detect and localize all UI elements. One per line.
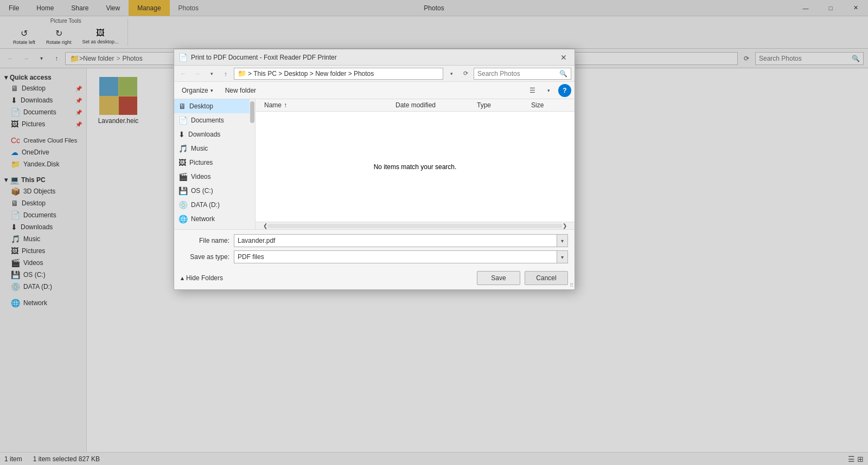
- dialog-downloads-icon: ⬇: [178, 130, 185, 139]
- save-button[interactable]: Save: [477, 271, 520, 285]
- dialog-music-icon: 🎵: [178, 144, 188, 153]
- save-as-type-dropdown[interactable]: ▾: [557, 250, 568, 263]
- dialog-up-button[interactable]: ↑: [220, 68, 232, 80]
- dialog-folder-icon: 📁: [238, 69, 246, 78]
- file-name-input-group: Lavander.pdf ▾: [234, 234, 568, 247]
- dialog-sidebar-datad-label: DATA (D:): [191, 201, 220, 209]
- dialog-search-box[interactable]: 🔍: [474, 68, 571, 80]
- sidebar-scrollbar[interactable]: [250, 99, 255, 229]
- dialog-network-icon: 🌐: [178, 215, 188, 223]
- col-sort-icon: ↑: [284, 101, 287, 109]
- save-as-type-field: Save as type: PDF files ▾: [181, 250, 568, 263]
- hide-folders-toggle[interactable]: ▴ Hide Folders: [181, 274, 223, 282]
- dialog-forward-button[interactable]: →: [192, 68, 203, 80]
- view-options-button[interactable]: ☰: [526, 84, 539, 97]
- dialog-bottom: File name: Lavander.pdf ▾ Save as type: …: [174, 229, 575, 289]
- dialog-sidebar-music-label: Music: [191, 145, 208, 152]
- dialog-osc-icon: 💾: [178, 186, 188, 195]
- save-as-type-label: Save as type:: [181, 253, 229, 261]
- dialog-sidebar-item-desktop[interactable]: 🖥 Desktop: [174, 99, 255, 113]
- col-type[interactable]: Type: [473, 99, 527, 111]
- col-type-label: Type: [477, 101, 491, 109]
- hscroll-left-button[interactable]: ❮: [263, 223, 267, 229]
- dialog-sidebar-network-label: Network: [191, 215, 215, 223]
- organize-button[interactable]: Organize ▾: [177, 84, 218, 97]
- dialog-path-segment1: > This PC > Desktop > New folder >: [248, 70, 352, 78]
- cancel-label: Cancel: [536, 274, 556, 282]
- new-folder-label: New folder: [225, 87, 256, 94]
- dialog-nav: ← → ▾ ↑ 📁 > This PC > Desktop > New fold…: [174, 66, 575, 82]
- view-dropdown-button[interactable]: ▾: [542, 84, 555, 97]
- save-label: Save: [491, 274, 506, 282]
- dialog-sidebar-item-videos[interactable]: 🎬 Videos: [174, 170, 255, 184]
- dialog-search-input[interactable]: [477, 70, 557, 78]
- save-as-type-input-group: PDF files ▾: [234, 250, 568, 263]
- dialog-toolbar: Organize ▾ New folder ☰ ▾ ?: [174, 82, 575, 99]
- dialog-hscrollbar[interactable]: ❮ ❯: [256, 222, 575, 229]
- save-as-type-input[interactable]: PDF files: [234, 250, 557, 263]
- hide-folders-label: Hide Folders: [186, 274, 223, 282]
- dialog-sidebar-videos-label: Videos: [191, 173, 210, 180]
- dialog-sidebar-downloads-label: Downloads: [188, 131, 220, 138]
- dialog-address-path[interactable]: 📁 > This PC > Desktop > New folder > Pho…: [234, 68, 443, 80]
- dialog-content: 🖥 Desktop 📄 Documents ⬇ Downloads 🎵 Musi…: [174, 99, 575, 229]
- file-name-value: Lavander.pdf: [238, 237, 275, 244]
- dialog-sidebar-osc-label: OS (C:): [191, 187, 213, 195]
- dialog-sidebar-item-music[interactable]: 🎵 Music: [174, 141, 255, 156]
- dialog-sidebar-item-network[interactable]: 🌐 Network: [174, 212, 255, 226]
- dialog-videos-icon: 🎬: [178, 172, 188, 181]
- print-to-pdf-dialog: 📄 Print to PDF Document - Foxit Reader P…: [174, 49, 575, 290]
- file-name-dropdown[interactable]: ▾: [557, 234, 568, 247]
- dialog-sidebar-pictures-label: Pictures: [189, 159, 213, 166]
- hide-folders-chevron: ▴: [181, 274, 184, 282]
- col-size[interactable]: Size: [527, 99, 570, 111]
- dialog-search-icon: 🔍: [559, 70, 567, 78]
- file-name-input[interactable]: Lavander.pdf: [234, 234, 557, 247]
- dialog-sidebar-item-osc[interactable]: 💾 OS (C:): [174, 184, 255, 198]
- file-name-field-label: File name:: [181, 237, 229, 244]
- col-date[interactable]: Date modified: [391, 99, 473, 111]
- hscroll-right-button[interactable]: ❯: [563, 223, 567, 229]
- dialog-close-button[interactable]: ✕: [557, 51, 570, 64]
- sidebar-scroll-thumb: [250, 101, 254, 123]
- col-name[interactable]: Name ↑: [260, 99, 391, 111]
- help-button[interactable]: ?: [558, 84, 571, 97]
- new-folder-button[interactable]: New folder: [221, 84, 260, 97]
- dialog-desktop-icon: 🖥: [178, 102, 186, 111]
- col-date-label: Date modified: [395, 101, 436, 109]
- dialog-actions: ▴ Hide Folders Save Cancel: [181, 267, 568, 285]
- dialog-sidebar-item-pictures[interactable]: 🖼 Pictures: [174, 156, 255, 170]
- hscroll-track[interactable]: [267, 224, 563, 228]
- col-name-label: Name: [264, 101, 282, 109]
- dialog-address-down[interactable]: ▾: [445, 68, 457, 80]
- cancel-button[interactable]: Cancel: [525, 271, 568, 285]
- dialog-sidebar-desktop-label: Desktop: [189, 102, 213, 110]
- dialog-file-area: Name ↑ Date modified Type Size No ite: [256, 99, 575, 229]
- dialog-path-photos: Photos: [354, 70, 374, 78]
- dialog-title-text: Print to PDF Document - Foxit Reader PDF…: [191, 54, 554, 61]
- dialog-sidebar-item-documents[interactable]: 📄 Documents: [174, 113, 255, 127]
- dialog-pictures-icon: 🖼: [178, 158, 186, 167]
- dialog-refresh-button[interactable]: ⟳: [459, 68, 471, 80]
- dialog-sidebar-item-datad[interactable]: 💿 DATA (D:): [174, 198, 255, 212]
- dialog-empty-area: No items match your search.: [256, 112, 575, 222]
- file-name-field: File name: Lavander.pdf ▾: [181, 234, 568, 247]
- save-as-type-value: PDF files: [238, 253, 264, 261]
- organize-label: Organize: [182, 87, 208, 94]
- dialog-datad-icon: 💿: [178, 201, 188, 209]
- dialog-title-bar: 📄 Print to PDF Document - Foxit Reader P…: [174, 49, 575, 66]
- dialog-columns: Name ↑ Date modified Type Size: [256, 99, 575, 112]
- dialog-recent-button[interactable]: ▾: [206, 68, 218, 80]
- dialog-title-icon: 📄: [178, 53, 188, 62]
- col-size-label: Size: [531, 101, 544, 109]
- dialog-sidebar: 🖥 Desktop 📄 Documents ⬇ Downloads 🎵 Musi…: [174, 99, 256, 229]
- dialog-sidebar-item-downloads[interactable]: ⬇ Downloads: [174, 127, 255, 141]
- dialog-back-button[interactable]: ←: [177, 68, 189, 80]
- dialog-overlay: 📄 Print to PDF Document - Foxit Reader P…: [0, 0, 868, 465]
- resize-grip[interactable]: ⠿: [570, 282, 573, 288]
- dialog-documents-icon: 📄: [178, 116, 188, 125]
- dialog-empty-message: No items match your search.: [374, 163, 457, 171]
- organize-chevron: ▾: [210, 88, 213, 93]
- dialog-sidebar-documents-label: Documents: [191, 117, 224, 124]
